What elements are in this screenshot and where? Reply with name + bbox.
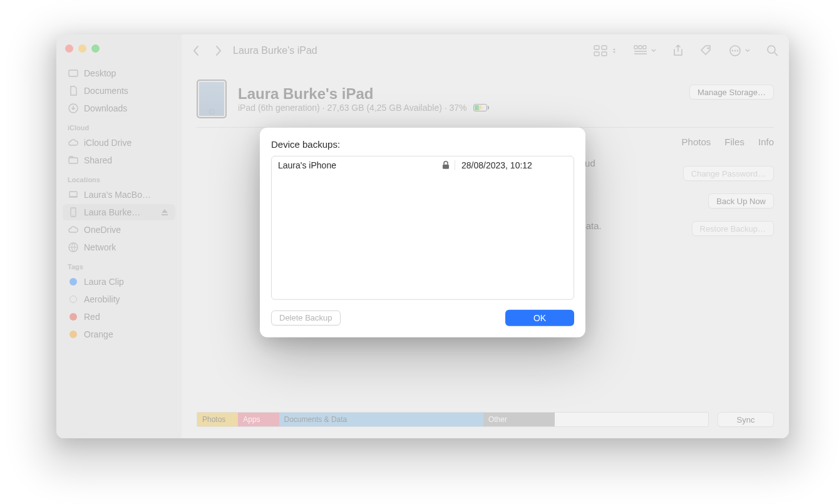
storage-seg-photos: Photos bbox=[197, 413, 238, 426]
view-mode-button[interactable] bbox=[594, 45, 617, 56]
globe-icon bbox=[68, 242, 79, 253]
backup-list[interactable]: Laura's iPhone 28/08/2023, 10:12 bbox=[271, 155, 574, 299]
document-icon bbox=[68, 85, 79, 96]
svg-point-14 bbox=[708, 48, 709, 49]
download-icon bbox=[68, 103, 79, 114]
close-window-button[interactable] bbox=[65, 44, 73, 53]
back-button[interactable] bbox=[192, 44, 200, 57]
sidebar-item-icloud-drive[interactable]: iCloud Drive bbox=[63, 135, 175, 151]
sidebar-tag-red[interactable]: Red bbox=[63, 309, 175, 325]
sidebar-item-ipad[interactable]: Laura Burke… bbox=[63, 204, 175, 220]
storage-bar: Photos Apps Documents & Data Other bbox=[197, 412, 709, 427]
sidebar-item-label: OneDrive bbox=[84, 225, 170, 235]
search-button[interactable] bbox=[766, 44, 779, 57]
sidebar-item-label: Laura's MacBo… bbox=[84, 190, 170, 200]
svg-point-5 bbox=[73, 215, 74, 216]
sidebar-item-desktop[interactable]: Desktop bbox=[63, 65, 175, 81]
finder-window: Desktop Documents Downloads iCloud iClou… bbox=[56, 34, 789, 438]
sidebar-item-label: Laura Burke… bbox=[84, 207, 154, 217]
sidebar-item-documents[interactable]: Documents bbox=[63, 83, 175, 99]
manage-storage-button[interactable]: Manage Storage… bbox=[689, 85, 774, 100]
sidebar-item-label: Downloads bbox=[84, 103, 170, 113]
svg-rect-13 bbox=[643, 46, 646, 49]
sidebar-item-label: Documents bbox=[84, 86, 170, 96]
sidebar-item-label: Laura Clip bbox=[84, 277, 170, 287]
ok-button[interactable]: OK bbox=[505, 309, 574, 326]
sidebar-item-macbook[interactable]: Laura's MacBo… bbox=[63, 187, 175, 203]
backup-name: Laura's iPhone bbox=[278, 160, 442, 170]
sidebar-item-label: Network bbox=[84, 242, 170, 252]
svg-rect-8 bbox=[602, 46, 607, 49]
window-controls bbox=[63, 41, 175, 64]
minimize-window-button[interactable] bbox=[78, 44, 86, 53]
svg-point-16 bbox=[732, 50, 733, 51]
tag-dot-icon bbox=[68, 294, 79, 305]
device-subtitle: iPad (6th generation) · 27,63 GB (4,25 G… bbox=[238, 103, 489, 113]
sidebar-header-tags: Tags bbox=[63, 257, 175, 272]
tablet-icon bbox=[68, 207, 79, 218]
backup-actions: Change Password… Back Up Now Restore Bac… bbox=[683, 153, 774, 236]
ipad-icon bbox=[197, 80, 227, 118]
sync-button[interactable]: Sync bbox=[718, 412, 774, 427]
backup-row[interactable]: Laura's iPhone 28/08/2023, 10:12 bbox=[272, 156, 574, 173]
eject-icon[interactable] bbox=[159, 207, 170, 218]
lock-icon bbox=[442, 160, 455, 169]
svg-rect-10 bbox=[602, 52, 607, 56]
back-up-now-button[interactable]: Back Up Now bbox=[708, 193, 774, 208]
tab-files[interactable]: Files bbox=[724, 136, 744, 147]
battery-icon bbox=[473, 104, 489, 111]
sidebar-item-network[interactable]: Network bbox=[63, 239, 175, 255]
sidebar-tag-lauraclip[interactable]: Laura Clip bbox=[63, 274, 175, 290]
storage-seg-free bbox=[555, 413, 708, 426]
sidebar-header-locations: Locations bbox=[63, 170, 175, 185]
tab-info[interactable]: Info bbox=[758, 136, 774, 147]
sidebar-item-label: iCloud Drive bbox=[84, 138, 170, 148]
storage-seg-apps: Apps bbox=[238, 413, 279, 426]
tag-button[interactable] bbox=[700, 44, 713, 57]
sidebar-item-label: Shared bbox=[84, 155, 170, 165]
device-name: Laura Burke's iPad bbox=[238, 85, 489, 103]
cloud-icon bbox=[68, 137, 79, 148]
storage-seg-other: Other bbox=[483, 413, 555, 426]
sidebar-item-onedrive[interactable]: OneDrive bbox=[63, 222, 175, 238]
action-menu-button[interactable] bbox=[729, 44, 750, 57]
backup-date: 28/08/2023, 10:12 bbox=[455, 160, 567, 170]
tab-photos[interactable]: Photos bbox=[682, 136, 711, 147]
group-by-button[interactable] bbox=[634, 45, 656, 56]
sidebar-tag-orange[interactable]: Orange bbox=[63, 326, 175, 342]
dialog-title: Device backups: bbox=[271, 138, 574, 149]
tag-dot-icon bbox=[68, 276, 79, 287]
device-header: Laura Burke's iPad iPad (6th generation)… bbox=[197, 67, 774, 128]
sidebar-item-label: Desktop bbox=[84, 68, 170, 78]
sidebar-item-label: Orange bbox=[84, 329, 170, 339]
restore-backup-button[interactable]: Restore Backup… bbox=[692, 221, 775, 236]
svg-rect-20 bbox=[443, 164, 449, 168]
svg-point-17 bbox=[734, 50, 736, 51]
svg-rect-9 bbox=[594, 52, 599, 56]
svg-rect-2 bbox=[69, 158, 78, 163]
tag-dot-icon bbox=[68, 329, 79, 340]
forward-button[interactable] bbox=[214, 44, 223, 57]
svg-rect-12 bbox=[639, 46, 642, 49]
cloud-icon bbox=[68, 224, 79, 235]
laptop-icon bbox=[68, 189, 79, 200]
storage-bar-section: Photos Apps Documents & Data Other Sync bbox=[197, 407, 774, 438]
sidebar-header-icloud: iCloud bbox=[63, 118, 175, 133]
zoom-window-button[interactable] bbox=[91, 44, 100, 53]
svg-point-19 bbox=[768, 46, 775, 53]
share-button[interactable] bbox=[672, 44, 684, 57]
delete-backup-button[interactable]: Delete Backup bbox=[271, 310, 341, 325]
sidebar-item-downloads[interactable]: Downloads bbox=[63, 100, 175, 116]
device-subtitle-text: iPad (6th generation) · 27,63 GB (4,25 G… bbox=[238, 103, 467, 113]
storage-seg-docs: Documents & Data bbox=[279, 413, 483, 426]
sidebar-item-label: Aerobility bbox=[84, 294, 170, 304]
sidebar-tag-aerobility[interactable]: Aerobility bbox=[63, 291, 175, 307]
toolbar: Laura Burke's iPad bbox=[182, 34, 789, 67]
sidebar: Desktop Documents Downloads iCloud iClou… bbox=[56, 34, 182, 438]
device-backups-dialog: Device backups: Laura's iPhone 28/08/202… bbox=[260, 127, 585, 337]
shared-folder-icon bbox=[68, 155, 79, 166]
svg-rect-7 bbox=[594, 46, 599, 49]
sidebar-item-label: Red bbox=[84, 312, 170, 322]
change-password-button[interactable]: Change Password… bbox=[683, 166, 774, 181]
sidebar-item-shared[interactable]: Shared bbox=[63, 152, 175, 168]
